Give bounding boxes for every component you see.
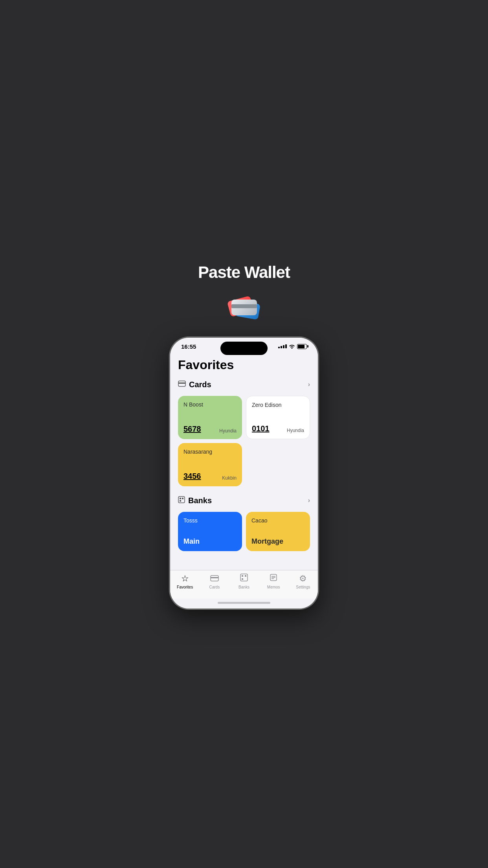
svg-rect-3: [180, 498, 181, 499]
card-number-nboost: 5678: [183, 425, 201, 434]
cards-section: Cards › N Boost 5678 Hyundia: [170, 378, 318, 494]
card-item-nboost[interactable]: N Boost 5678 Hyundia: [178, 396, 242, 439]
banks-section: Banks › Tosss Main Cacao Mortgage: [170, 494, 318, 559]
favorites-icon: ☆: [181, 574, 189, 584]
banks-title-group: Banks: [178, 496, 212, 505]
page-header: Favorites: [170, 354, 318, 378]
tab-label-banks: Banks: [238, 585, 250, 589]
cards-section-title: Cards: [189, 380, 211, 389]
svg-rect-5: [180, 500, 181, 502]
battery-fill: [298, 345, 305, 348]
cards-section-header[interactable]: Cards ›: [178, 378, 310, 391]
card-number-narasarang: 3456: [183, 472, 201, 481]
bank-name-cacao: Cacao: [251, 517, 305, 524]
tab-label-cards: Cards: [209, 585, 220, 589]
signal-dots: [278, 344, 287, 348]
bank-name-tosss: Tosss: [183, 517, 237, 524]
svg-rect-8: [240, 574, 248, 581]
status-icons: [278, 344, 307, 349]
svg-rect-11: [242, 578, 243, 580]
banks-chevron: ›: [308, 497, 310, 504]
card-name-narasarang: Narasarang: [183, 449, 237, 455]
svg-rect-1: [178, 383, 185, 384]
svg-rect-7: [211, 577, 218, 578]
svg-rect-10: [245, 575, 246, 577]
iphone-frame: 16:55 Favorites: [169, 337, 319, 609]
card-bank-zeroedison: Hyundia: [287, 428, 304, 433]
bank-cards-grid: Tosss Main Cacao Mortgage: [178, 512, 310, 551]
banks-section-header[interactable]: Banks ›: [178, 494, 310, 507]
signal-dot-4: [285, 344, 287, 348]
status-time: 16:55: [181, 343, 196, 350]
home-bar: [218, 602, 270, 604]
card-item-narasarang[interactable]: Narasarang 3456 Kukbin: [178, 443, 242, 486]
card-item-zeroedison[interactable]: Zero Edison 0101 Hyundia: [246, 396, 310, 439]
memos-icon: [270, 574, 277, 584]
card-layer-main: [231, 300, 257, 315]
tab-cards[interactable]: Cards: [200, 574, 229, 589]
tab-label-favorites: Favorites: [177, 585, 193, 589]
banks-section-title: Banks: [188, 496, 212, 505]
app-icon-container: [228, 294, 260, 321]
card-bank-narasarang: Kukbin: [222, 475, 237, 481]
cards-icon: [210, 574, 219, 584]
signal-dot-1: [278, 347, 280, 348]
card-bottom-narasarang: 3456 Kukbin: [183, 472, 237, 481]
tab-memos[interactable]: Memos: [259, 574, 288, 589]
status-bar: 16:55: [170, 338, 318, 350]
cards-grid: N Boost 5678 Hyundia Zero Edison 0101 Hy…: [178, 396, 310, 486]
card-name-zeroedison: Zero Edison: [252, 402, 304, 408]
card-bottom-zeroedison: 0101 Hyundia: [252, 424, 304, 433]
bank-card-cacao[interactable]: Cacao Mortgage: [246, 512, 310, 551]
card-bank-nboost: Hyundia: [219, 428, 237, 434]
card-number-zeroedison: 0101: [252, 424, 270, 433]
card-stripe: [231, 304, 257, 308]
battery-icon: [297, 344, 307, 349]
svg-rect-9: [242, 575, 243, 577]
page-title: Favorites: [178, 358, 310, 372]
dynamic-island: [220, 342, 268, 355]
cards-title-group: Cards: [178, 380, 211, 389]
card-bottom-nboost: 5678 Hyundia: [183, 425, 237, 434]
settings-icon: ⚙: [299, 574, 307, 584]
tab-bar: ☆ Favorites Cards: [170, 570, 318, 599]
signal-dot-2: [281, 346, 282, 348]
account-name-cacao: Mortgage: [251, 537, 305, 546]
tab-label-settings: Settings: [296, 585, 310, 589]
wifi-icon: [289, 344, 295, 349]
cards-chevron: ›: [308, 381, 310, 388]
screen-content: Favorites Cards ›: [170, 350, 318, 570]
bank-card-tosss[interactable]: Tosss Main: [178, 512, 242, 551]
tab-settings[interactable]: ⚙ Settings: [288, 574, 318, 589]
banks-icon: [240, 574, 248, 584]
page-wrapper: Paste Wallet 16:55: [163, 247, 325, 621]
signal-dot-3: [283, 345, 284, 348]
banks-section-icon: [178, 496, 185, 505]
svg-rect-2: [178, 497, 185, 503]
tab-label-memos: Memos: [267, 585, 280, 589]
card-name-nboost: N Boost: [183, 401, 237, 408]
account-name-tosss: Main: [183, 537, 237, 546]
tab-favorites[interactable]: ☆ Favorites: [170, 574, 200, 589]
app-title: Paste Wallet: [198, 263, 290, 282]
tab-banks[interactable]: Banks: [229, 574, 259, 589]
app-icon: [228, 294, 260, 321]
home-indicator: [170, 599, 318, 609]
cards-section-icon: [178, 381, 186, 388]
svg-rect-4: [182, 498, 183, 499]
